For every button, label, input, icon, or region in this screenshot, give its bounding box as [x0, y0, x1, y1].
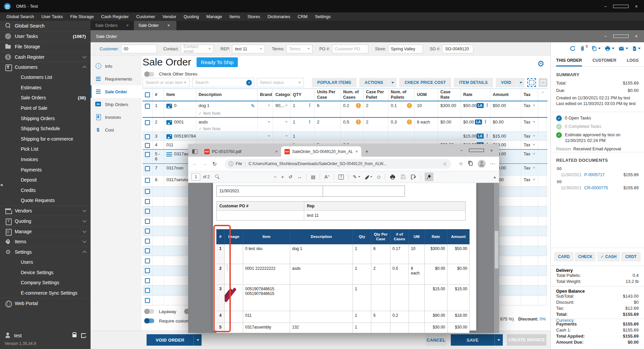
require-customer-toggle[interactable] [144, 318, 154, 323]
tab-sale-order[interactable]: Sale Order× [134, 21, 177, 30]
chevron-down-icon[interactable] [533, 167, 535, 169]
sidebar-item-point-of-sale[interactable]: Point of Sale [0, 103, 91, 113]
pay-button-cash[interactable]: ✓CASH [597, 252, 620, 261]
price-level-badge[interactable]: LA [475, 119, 482, 124]
browser-tab-saleorder-so-0049120-from-al[interactable]: PDFSaleOrder_SO-0049120_from_AL× [281, 146, 361, 157]
browser-minimize-button[interactable]: − [454, 144, 469, 157]
forward-icon[interactable]: → [202, 161, 208, 167]
row-checkbox[interactable] [145, 166, 150, 171]
rate-menu-icon[interactable]: ⋮ [483, 119, 488, 124]
layaway-toggle[interactable] [144, 309, 154, 314]
discount-value[interactable]: 0% [540, 316, 546, 321]
sidebar-item-pick-list[interactable]: Pick List [0, 144, 91, 154]
related-document-link[interactable]: P-0005717 [584, 172, 605, 177]
row-checkbox[interactable] [145, 209, 150, 214]
chevron-down-icon[interactable] [285, 135, 288, 137]
field-select-contact[interactable]: Contact email [181, 45, 214, 53]
chevron-down-icon[interactable] [285, 105, 288, 106]
sidebar-item-e-commerce-sync-settings[interactable]: E-commerce Sync Settings [0, 288, 91, 298]
page-number-input[interactable]: 1 [192, 173, 200, 181]
item-details-button[interactable]: ITEM DETAILS [454, 78, 493, 87]
sidebar-item-cash-register[interactable]: Cash Register [0, 52, 91, 62]
profile-avatar[interactable] [478, 160, 486, 168]
sidebar-item-global-search[interactable]: Global Search [0, 21, 91, 31]
rotate-icon[interactable]: ↻ [288, 174, 292, 180]
item-note[interactable]: Item Note [199, 127, 255, 131]
item-row-3[interactable]: 30051907841$15.00LA⋮$15.00Tax [143, 132, 547, 141]
chevron-down-icon[interactable] [533, 105, 535, 106]
scroll-up-icon[interactable]: ▲ [493, 175, 496, 179]
chevron-down-icon[interactable] [358, 176, 360, 178]
draw-icon[interactable]: ✎ [353, 174, 360, 180]
chevron-down-icon[interactable] [612, 48, 614, 49]
row-checkbox[interactable] [145, 134, 150, 139]
item-scan-select[interactable]: Search or scan item [143, 78, 190, 87]
highlight-icon[interactable] [365, 176, 372, 178]
item-note[interactable]: Item Note [199, 111, 255, 116]
logout-icon[interactable] [81, 333, 86, 338]
panel-tab-customer[interactable]: CUSTOMER [592, 55, 616, 66]
chevron-down-icon[interactable] [268, 135, 270, 137]
subnav-item-ship-orders[interactable]: Ship Orders [91, 98, 142, 111]
sidebar-collapse-arrow-icon[interactable]: ◀ [0, 182, 3, 188]
related-document-link[interactable]: CR-0000775 [584, 186, 608, 190]
chevron-down-icon[interactable] [533, 135, 535, 137]
pdf-print-icon[interactable] [389, 174, 396, 180]
check-other-stores-toggle[interactable] [144, 72, 154, 77]
void-dropdown[interactable] [517, 78, 525, 87]
sidebar-item-shipping-orders[interactable]: Shipping Orders [0, 113, 91, 123]
app-minimize-button[interactable]: − [598, 0, 613, 12]
settings-gear-icon[interactable]: ⚙ [537, 59, 544, 68]
site-info-icon[interactable]: i [229, 161, 233, 166]
select-all-checkbox[interactable] [145, 92, 150, 97]
item-row-1[interactable]: 10dog 1✎Item Note90;...1⋮60.2!20.1!10$30… [143, 101, 547, 118]
barcode-select-icon[interactable] [527, 78, 536, 87]
pay-button-check[interactable]: CHECK [575, 252, 596, 261]
print-icon[interactable] [604, 46, 614, 51]
lock-icon[interactable] [72, 334, 76, 337]
window-close-button[interactable]: × [629, 30, 644, 42]
window-minimize-button[interactable]: − [598, 30, 613, 42]
zoom-out-icon[interactable]: − [274, 174, 276, 180]
chevron-down-icon[interactable] [533, 121, 535, 123]
void-order-dropdown[interactable] [194, 334, 202, 346]
menubar-item-cash-register[interactable]: Cash Register [98, 12, 132, 21]
status-select[interactable]: Select status [257, 78, 304, 87]
sidebar-item-shipping-schedule[interactable]: Shipping Schedule [0, 123, 91, 134]
chevron-down-icon[interactable] [533, 179, 535, 181]
favorites-icon[interactable]: ☆ [459, 161, 463, 167]
rate-menu-icon[interactable]: ⋮ [485, 103, 489, 107]
pay-button-card[interactable]: CARD [554, 252, 574, 261]
sidebar-item-quoting[interactable]: Quoting [0, 216, 91, 226]
export-document-icon[interactable] [632, 46, 641, 52]
menubar-item-vendor[interactable]: Vendor [159, 12, 180, 21]
chevron-down-icon[interactable] [598, 48, 601, 49]
tab-sale-orders[interactable]: Sale Orders× [91, 21, 134, 30]
sidebar-item-credits[interactable]: Credits [0, 185, 91, 196]
menubar-item-quoting[interactable]: Quoting [180, 12, 203, 21]
sidebar-item-company-settings[interactable]: Company Settings [0, 278, 91, 288]
field-input-store[interactable] [388, 45, 423, 53]
chevron-down-icon[interactable] [285, 121, 288, 123]
row-checkbox[interactable] [145, 120, 150, 125]
browser-maximize-button[interactable] [469, 144, 484, 157]
sidebar-item-deposit[interactable]: Deposit [0, 175, 91, 185]
sidebar-item-customers-list[interactable]: Customers List [0, 72, 91, 83]
read-aloud-icon[interactable]: Aᵔ [324, 174, 329, 180]
menubar-item-stores[interactable]: Stores [244, 12, 264, 21]
field-input-customer[interactable] [121, 45, 157, 53]
sidebar-item-vendors[interactable]: Vendors [0, 206, 91, 216]
row-checkbox[interactable] [145, 298, 150, 303]
sidebar-item-customers[interactable]: Customers [0, 62, 91, 72]
back-icon[interactable]: ← [192, 161, 198, 167]
sidebar-item-user-tasks[interactable]: User Tasks(1067) [0, 31, 91, 42]
sidebar-item-estimates[interactable]: Estimates [0, 83, 91, 93]
page-view-icon[interactable]: ▤ [311, 174, 315, 180]
subnav-item-requirements[interactable]: Requirements [91, 72, 142, 85]
pin-toolbar-icon[interactable] [425, 172, 433, 181]
check-price-cost-button[interactable]: CHECK PRICE COST [399, 78, 451, 87]
menubar-item-manage[interactable]: Manage [203, 12, 226, 21]
field-input-so[interactable] [442, 45, 473, 53]
zoom-in-icon[interactable]: + [281, 174, 284, 180]
sync-icon[interactable] [570, 45, 576, 52]
